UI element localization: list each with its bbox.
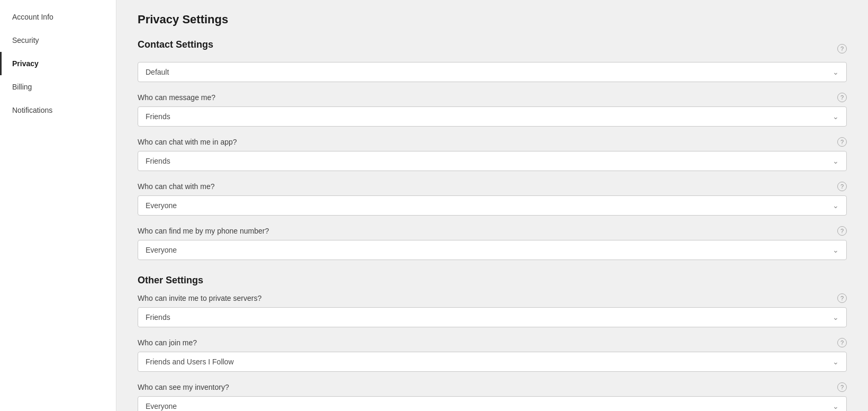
who-can-message-row: Who can message me? ? Friends ⌄ [138,93,847,127]
sidebar-item-billing[interactable]: Billing [0,75,116,99]
who-can-see-inventory-label-row: Who can see my inventory? ? [138,382,847,392]
who-can-message-select[interactable]: Friends ⌄ [138,106,847,127]
who-can-see-inventory-chevron-icon: ⌄ [833,402,839,410]
who-can-chat-label-row: Who can chat with me? ? [138,182,847,191]
who-can-find-phone-value: Everyone [146,246,177,254]
sidebar-item-notifications[interactable]: Notifications [0,99,116,122]
who-can-find-phone-row: Who can find me by my phone number? ? Ev… [138,226,847,260]
who-can-join-label: Who can join me? [138,338,197,347]
who-can-chat-chevron-icon: ⌄ [833,201,839,210]
who-can-find-phone-label-row: Who can find me by my phone number? ? [138,226,847,236]
who-can-message-value: Friends [146,112,170,121]
who-can-invite-chevron-icon: ⌄ [833,313,839,321]
who-can-see-inventory-value: Everyone [146,402,177,410]
who-can-invite-select[interactable]: Friends ⌄ [138,307,847,327]
app-layout: Account Info Security Privacy Billing No… [0,0,868,411]
who-can-join-chevron-icon: ⌄ [833,358,839,366]
who-can-join-help-icon[interactable]: ? [837,338,847,347]
who-can-chat-in-app-select[interactable]: Friends ⌄ [138,151,847,171]
contact-settings-title: Contact Settings [138,39,213,50]
who-can-invite-value: Friends [146,313,170,321]
who-can-see-inventory-select[interactable]: Everyone ⌄ [138,396,847,411]
who-can-chat-row: Who can chat with me? ? Everyone ⌄ [138,182,847,216]
who-can-invite-label-row: Who can invite me to private servers? ? [138,293,847,303]
other-settings-title: Other Settings [138,275,847,286]
default-select-value: Default [146,68,169,76]
who-can-join-row: Who can join me? ? Friends and Users I F… [138,338,847,372]
who-can-find-phone-select[interactable]: Everyone ⌄ [138,240,847,260]
who-can-message-label-row: Who can message me? ? [138,93,847,102]
default-setting-row: Default ⌄ [138,62,847,82]
sidebar-item-account-info[interactable]: Account Info [0,5,116,29]
who-can-chat-in-app-chevron-icon: ⌄ [833,157,839,165]
default-chevron-icon: ⌄ [833,68,839,76]
sidebar-item-privacy[interactable]: Privacy [0,52,116,75]
sidebar: Account Info Security Privacy Billing No… [0,0,116,411]
who-can-find-phone-label: Who can find me by my phone number? [138,227,269,235]
who-can-message-label: Who can message me? [138,93,215,102]
who-can-message-chevron-icon: ⌄ [833,112,839,121]
main-content: Privacy Settings Contact Settings ? Defa… [116,0,868,411]
who-can-see-inventory-row: Who can see my inventory? ? Everyone ⌄ [138,382,847,411]
who-can-see-inventory-label: Who can see my inventory? [138,383,229,391]
contact-settings-section: Contact Settings ? Default ⌄ Who can mes… [138,39,847,260]
who-can-chat-value: Everyone [146,201,177,210]
who-can-invite-row: Who can invite me to private servers? ? … [138,293,847,327]
who-can-chat-help-icon[interactable]: ? [837,182,847,191]
who-can-invite-help-icon[interactable]: ? [837,293,847,303]
who-can-chat-label: Who can chat with me? [138,182,215,191]
who-can-chat-in-app-row: Who can chat with me in app? ? Friends ⌄ [138,137,847,171]
who-can-find-phone-help-icon[interactable]: ? [837,226,847,236]
who-can-chat-in-app-value: Friends [146,157,170,165]
who-can-chat-in-app-help-icon[interactable]: ? [837,137,847,147]
who-can-invite-label: Who can invite me to private servers? [138,294,261,302]
other-settings-section: Other Settings Who can invite me to priv… [138,275,847,411]
sidebar-item-security[interactable]: Security [0,29,116,52]
default-select[interactable]: Default ⌄ [138,62,847,82]
page-title: Privacy Settings [138,13,847,26]
who-can-find-phone-chevron-icon: ⌄ [833,246,839,254]
who-can-chat-in-app-label: Who can chat with me in app? [138,138,237,146]
who-can-join-value: Friends and Users I Follow [146,358,234,366]
who-can-join-label-row: Who can join me? ? [138,338,847,347]
contact-settings-help-icon[interactable]: ? [837,44,847,53]
who-can-join-select[interactable]: Friends and Users I Follow ⌄ [138,352,847,372]
contact-settings-header: Contact Settings ? [138,39,847,58]
who-can-chat-select[interactable]: Everyone ⌄ [138,195,847,216]
who-can-chat-in-app-label-row: Who can chat with me in app? ? [138,137,847,147]
who-can-message-help-icon[interactable]: ? [837,93,847,102]
who-can-see-inventory-help-icon[interactable]: ? [837,382,847,392]
